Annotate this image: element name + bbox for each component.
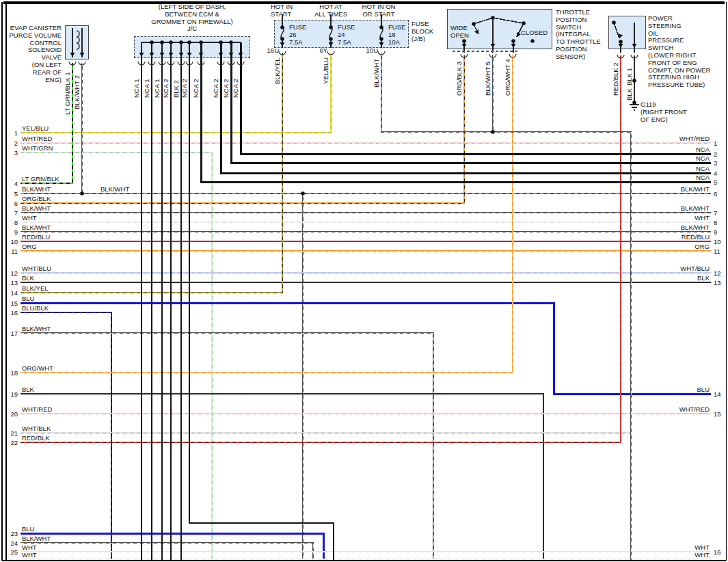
- left-wire-label: BLK/WHT: [22, 185, 51, 193]
- arrowhead-icon: [515, 32, 521, 38]
- right-wire-label: NCA: [637, 155, 710, 162]
- wire-line: [474, 18, 493, 24]
- right-row-number: 11: [714, 247, 720, 255]
- vertical-wire-label: RED/BLK 2: [612, 62, 620, 96]
- wire-blk: [21, 394, 543, 560]
- vertical-wire-label: NCA 2: [180, 79, 189, 98]
- left-row-number: 14: [7, 289, 18, 297]
- junction-dot: [160, 40, 164, 44]
- wire-line: [493, 18, 524, 23]
- connector-16u-label: 16U: [258, 47, 279, 55]
- connector-6y-label: 6Y: [311, 47, 327, 55]
- left-wire-label: BLK/YEL: [22, 284, 49, 292]
- left-row-number: 8: [7, 219, 18, 226]
- left-wire-label: BLU/BLK: [22, 304, 49, 312]
- arrowhead-icon: [511, 44, 516, 48]
- vertical-wire-label: NCA 1: [143, 79, 151, 98]
- right-wire-label: BLU: [637, 386, 710, 393]
- wire-wht-grn: [21, 152, 212, 560]
- left-row-number: 15: [7, 299, 18, 307]
- left-row-number: 20: [7, 410, 18, 418]
- vertical-wire-label: BLK/WHT 2: [73, 75, 81, 109]
- junction-dot: [329, 37, 333, 41]
- component-symbol: [77, 31, 79, 49]
- vertical-wire-label: NCA 1: [153, 79, 161, 98]
- right-wire-label: NCA: [637, 165, 710, 172]
- left-row-number: 5: [7, 190, 18, 198]
- right-row-number: 14: [714, 390, 721, 398]
- evap-solenoid-label: EVAP CANISTER PURGE VOLUME CONTROL SOLEN…: [1, 25, 62, 83]
- left-row-number: 11: [7, 247, 18, 255]
- left-row-number: 12: [7, 269, 18, 277]
- left-row-number: 1: [7, 129, 18, 137]
- arrowhead-icon: [219, 53, 224, 57]
- left-wire-label: WHT: [22, 544, 37, 551]
- arrowhead-icon: [462, 44, 467, 48]
- right-wire-label: WHT: [637, 544, 710, 551]
- left-row-number: 10: [7, 238, 18, 245]
- arrowhead-icon: [239, 53, 243, 57]
- wire-nca: [231, 42, 711, 163]
- right-row-number: 1: [714, 139, 717, 147]
- right-row-number: 13: [714, 279, 721, 286]
- wire-stripe: [381, 53, 631, 560]
- vertical-wire-label: NCA 2: [222, 79, 230, 98]
- wire-stripe: [21, 55, 513, 373]
- junction-dot: [530, 39, 535, 43]
- vertical-wire-label: LT GRN/BLK 1: [64, 72, 72, 115]
- left-wire-label: RED/BLU: [22, 233, 50, 241]
- left-row-number: 16: [7, 309, 18, 317]
- wire-org-blk: [21, 55, 464, 203]
- left-wire-label: ORG/WHT: [22, 364, 53, 372]
- arrowhead-icon: [280, 42, 285, 46]
- right-row-number: 2: [714, 150, 717, 158]
- left-wire-label: BLK: [22, 386, 34, 393]
- right-row-number: 12: [714, 269, 721, 277]
- junction-dot: [169, 40, 173, 44]
- left-row-number: 23: [7, 530, 18, 537]
- left-row-number: 18: [7, 369, 18, 377]
- right-wire-label: RED/BLU: [637, 233, 710, 241]
- vertical-wire-label: NCA 2: [212, 79, 220, 98]
- left-row-number: 6: [7, 200, 18, 207]
- left-wire-label: WHT/BLK: [22, 425, 51, 432]
- wire-blk-wht: [21, 333, 433, 560]
- junction-dot: [229, 40, 233, 44]
- left-wire-label: BLK/WHT: [22, 224, 51, 231]
- vertical-wire-label: BLK/YEL: [273, 57, 282, 84]
- wire-blu: [21, 303, 711, 394]
- junction-dot: [199, 40, 203, 44]
- junction-dot: [179, 40, 183, 44]
- left-wire-label: BLK: [22, 274, 34, 282]
- arrowhead-icon: [150, 53, 154, 57]
- left-wire-label: WHT/BLU: [22, 265, 51, 272]
- junction-dot: [511, 39, 515, 43]
- wire-org-wht: [21, 55, 513, 373]
- left-wire-label: LT GRN/BLK: [22, 175, 59, 183]
- right-wire-label: WHT: [637, 551, 710, 559]
- left-wire-label: WHT/GRN: [22, 144, 53, 152]
- junction-dot: [379, 25, 383, 29]
- vertical-wire-label: NCA 2: [232, 79, 240, 98]
- vertical-wire-label: ORG/WHT 4: [504, 59, 512, 96]
- left-wire-label: ORG: [22, 243, 37, 250]
- left-wire-label: BLU: [22, 525, 34, 533]
- junction-dot: [187, 40, 191, 44]
- arrowhead-icon: [229, 53, 234, 57]
- vertical-wire-label: YEL/BLU: [322, 57, 330, 84]
- junction-dot: [219, 40, 223, 44]
- fuse-24-label: FUSE 24 7.5A: [338, 24, 365, 46]
- arrowhead-icon: [70, 53, 75, 57]
- connector-10u-label: 10U: [358, 47, 378, 55]
- right-row-number: 4: [714, 170, 717, 177]
- left-row-number: 4: [7, 180, 18, 187]
- fuse-26-label: FUSE 26 7.5A: [289, 24, 316, 46]
- left-wire-label: BLK/WHT: [22, 204, 51, 212]
- left-row-number: 24: [7, 539, 18, 547]
- vertical-wire-label: BLK 2: [172, 80, 180, 98]
- throttle-position-switch-label: THROTTLE POSITION SWITCH (INTEGRAL TO TH…: [556, 9, 621, 61]
- left-wire-label: ORG/BLK: [22, 195, 51, 202]
- junction-dot: [522, 21, 526, 25]
- vertical-wire-label: BLK: [625, 88, 634, 101]
- fuse-block-label: FUSE BLOCK (J/B): [412, 21, 443, 42]
